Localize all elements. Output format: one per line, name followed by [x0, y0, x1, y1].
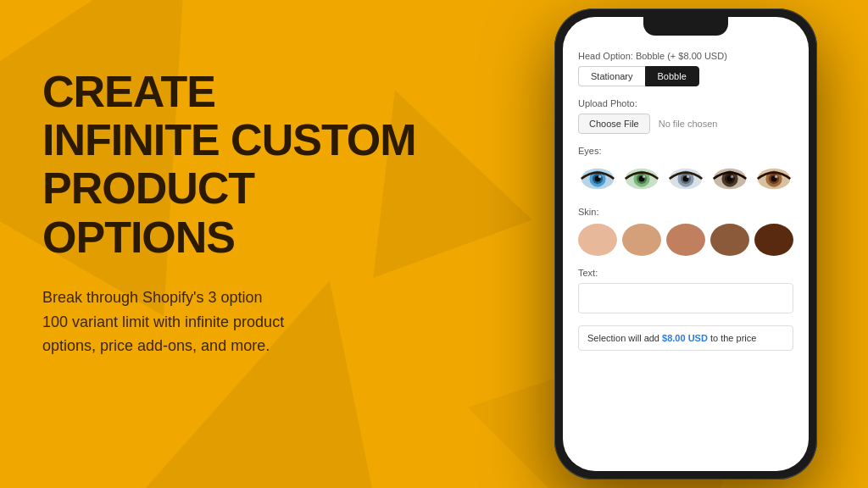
headline-line2: INFINITE CUSTOM: [42, 116, 449, 164]
toggle-stationary[interactable]: Stationary: [578, 66, 645, 86]
phone-notch: [643, 17, 728, 36]
toggle-bobble[interactable]: Bobble: [645, 66, 699, 86]
left-section: CREATE INFINITE CUSTOM PRODUCT OPTIONS B…: [42, 68, 449, 358]
eye-swatch-blue[interactable]: [578, 163, 617, 195]
eye-swatch-dark[interactable]: [710, 163, 749, 195]
price-notice-suffix: to the price: [708, 333, 756, 343]
svg-point-4: [598, 175, 602, 179]
skin-swatch-1[interactable]: [578, 224, 617, 256]
skin-swatch-3[interactable]: [666, 224, 705, 256]
phone-content: Head Option: Bobble (+ $8.00 USD) Statio…: [563, 17, 809, 471]
eye-swatch-green[interactable]: [622, 163, 661, 195]
eye-swatch-gray[interactable]: [666, 163, 705, 195]
eye-swatch-brown[interactable]: [754, 163, 793, 195]
no-file-text: No file chosen: [659, 119, 718, 129]
skin-row: [578, 224, 793, 256]
price-notice-prefix: Selection will add: [587, 333, 662, 343]
text-label: Text:: [578, 268, 793, 278]
svg-point-24: [775, 175, 778, 179]
choose-file-button[interactable]: Choose File: [578, 114, 650, 134]
headline: CREATE INFINITE CUSTOM PRODUCT OPTIONS: [42, 68, 449, 262]
subtext: Break through Shopify's 3 option 100 var…: [42, 286, 449, 358]
upload-label: Upload Photo:: [578, 98, 793, 108]
phone-mockup: Head Option: Bobble (+ $8.00 USD) Statio…: [554, 8, 817, 480]
eyes-label: Eyes:: [578, 146, 793, 156]
upload-row: Choose File No file chosen: [578, 114, 793, 134]
headline-line1: CREATE: [42, 68, 449, 116]
skin-swatch-4[interactable]: [710, 224, 749, 256]
price-highlight: $8.00 USD: [662, 333, 708, 343]
price-notice: Selection will add $8.00 USD to the pric…: [578, 325, 793, 351]
phone-outer: Head Option: Bobble (+ $8.00 USD) Statio…: [554, 8, 817, 480]
head-option-label: Head Option: Bobble (+ $8.00 USD): [578, 51, 793, 61]
text-input[interactable]: [578, 283, 793, 313]
skin-swatch-2[interactable]: [622, 224, 661, 256]
svg-point-9: [643, 175, 646, 179]
svg-point-14: [687, 175, 690, 179]
skin-swatch-5[interactable]: [754, 224, 793, 256]
skin-label: Skin:: [578, 207, 793, 217]
headline-line3: PRODUCT OPTIONS: [42, 164, 449, 261]
toggle-group: Stationary Bobble: [578, 66, 793, 86]
phone-screen: Head Option: Bobble (+ $8.00 USD) Statio…: [563, 17, 809, 471]
eyes-row: [578, 163, 793, 195]
svg-point-19: [731, 175, 734, 179]
